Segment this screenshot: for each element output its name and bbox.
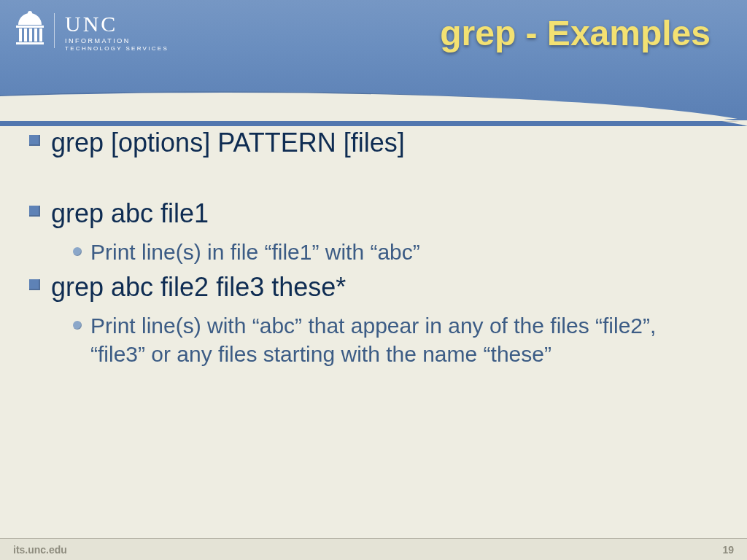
square-bullet-icon <box>29 206 40 217</box>
slide-body: grep [options] PATTERN [files] grep abc … <box>29 128 711 374</box>
sub-bullet-item: Print line(s) with “abc” that appear in … <box>73 311 711 368</box>
org-text: UNC INFORMATION TECHNOLOGY SERVICES <box>65 13 169 52</box>
bullet-text: Print line(s) with “abc” that appear in … <box>90 311 711 368</box>
bullet-item: grep abc file2 file3 these* <box>29 272 711 303</box>
bullet-text: grep abc file2 file3 these* <box>51 272 346 303</box>
org-line2: TECHNOLOGY SERVICES <box>65 45 169 52</box>
circle-bullet-icon <box>73 321 82 330</box>
page-number: 19 <box>722 544 734 556</box>
circle-bullet-icon <box>73 247 82 256</box>
bullet-text: grep abc file1 <box>51 198 209 229</box>
sub-bullet-item: Print line(s) in file “file1” with “abc” <box>73 238 711 266</box>
bullet-text: Print line(s) in file “file1” with “abc” <box>90 238 420 266</box>
square-bullet-icon <box>29 279 40 290</box>
slide-title: grep - Examples <box>440 13 711 53</box>
old-well-icon <box>16 13 44 45</box>
slide-footer: its.unc.edu 19 <box>0 538 747 560</box>
org-line1: INFORMATION <box>65 37 169 44</box>
bullet-item: grep [options] PATTERN [files] <box>29 128 711 158</box>
org-abbrev: UNC <box>65 13 169 35</box>
bullet-item: grep abc file1 <box>29 198 711 229</box>
square-bullet-icon <box>29 135 40 146</box>
slide-header: UNC INFORMATION TECHNOLOGY SERVICES grep… <box>0 0 747 120</box>
org-logo: UNC INFORMATION TECHNOLOGY SERVICES <box>16 13 169 52</box>
bullet-text: grep [options] PATTERN [files] <box>51 128 405 158</box>
footer-url: its.unc.edu <box>13 544 67 556</box>
